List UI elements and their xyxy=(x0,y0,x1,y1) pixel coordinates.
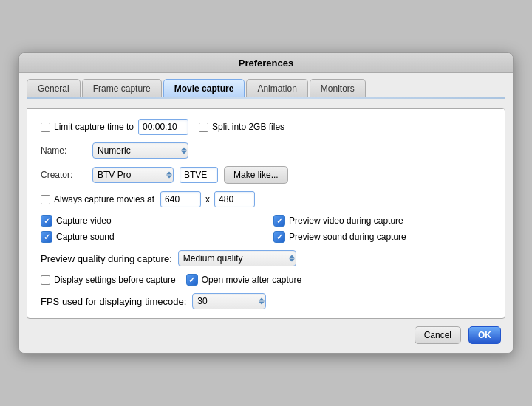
dialog-title: Preferences xyxy=(239,58,293,69)
capture-video-checkbox[interactable] xyxy=(41,215,52,227)
preview-sound-checkbox[interactable] xyxy=(273,231,285,243)
x-separator: x xyxy=(205,194,210,204)
preview-video-checkbox[interactable] xyxy=(273,215,285,227)
capture-time-input[interactable] xyxy=(138,119,188,135)
creator-select[interactable]: BTV Pro xyxy=(92,167,174,183)
split-files-checkbox[interactable] xyxy=(199,123,208,132)
creator-code-input[interactable] xyxy=(180,167,218,183)
limit-capture-checkbox[interactable] xyxy=(41,123,50,132)
split-files-label[interactable]: Split into 2GB files xyxy=(199,122,284,132)
open-movie-checkbox-label[interactable]: Open movie after capture xyxy=(186,274,301,286)
open-movie-checkbox[interactable] xyxy=(186,274,198,286)
tab-frame-capture[interactable]: Frame capture xyxy=(82,79,162,97)
fps-label: FPS used for displaying timecode: xyxy=(41,296,186,307)
fps-select-wrapper: 30 24 25 29.97 xyxy=(192,293,266,309)
height-input[interactable] xyxy=(214,191,255,207)
tab-general[interactable]: General xyxy=(27,79,81,97)
name-row: Name: Numeric Date/Time xyxy=(41,142,491,159)
preview-quality-row: Preview quality during capture: Low qual… xyxy=(41,250,491,266)
name-select[interactable]: Numeric Date/Time xyxy=(92,142,188,159)
creator-row: Creator: BTV Pro Make like... xyxy=(41,166,491,184)
cancel-button[interactable]: Cancel xyxy=(415,326,461,344)
title-bar: Preferences xyxy=(19,53,513,73)
capture-checkboxes: Capture video Preview video during captu… xyxy=(41,215,491,243)
fps-select[interactable]: 30 24 25 29.97 xyxy=(192,293,266,309)
tab-animation[interactable]: Animation xyxy=(246,79,307,97)
capture-sound-checkbox[interactable] xyxy=(41,231,52,243)
bottom-bar: Cancel OK xyxy=(19,319,513,353)
tab-bar: General Frame capture Movie capture Anim… xyxy=(19,73,513,97)
capture-video-checkbox-label[interactable]: Capture video xyxy=(41,215,259,227)
creator-label: Creator: xyxy=(41,170,92,180)
tab-monitors[interactable]: Monitors xyxy=(310,79,366,97)
name-label: Name: xyxy=(41,145,92,156)
preview-quality-label: Preview quality during capture: xyxy=(41,253,172,264)
separator xyxy=(27,97,505,99)
display-settings-checkbox-label[interactable]: Display settings before capture xyxy=(41,275,176,285)
ok-button[interactable]: OK xyxy=(468,326,501,344)
name-select-wrapper: Numeric Date/Time xyxy=(92,142,188,159)
display-settings-checkbox[interactable] xyxy=(41,275,50,285)
width-input[interactable] xyxy=(160,191,201,207)
preview-quality-select[interactable]: Low quality Medium quality High quality … xyxy=(178,250,296,266)
tab-content-movie: Limit capture time to Split into 2GB fil… xyxy=(27,108,505,319)
capture-sound-checkbox-label[interactable]: Capture sound xyxy=(41,231,259,243)
preview-quality-select-wrapper: Low quality Medium quality High quality … xyxy=(178,250,296,266)
creator-select-wrapper: BTV Pro xyxy=(92,167,174,183)
make-like-button[interactable]: Make like... xyxy=(224,166,288,184)
preview-video-checkbox-label[interactable]: Preview video during capture xyxy=(273,215,491,227)
preview-sound-checkbox-label[interactable]: Preview sound during capture xyxy=(273,231,491,243)
tab-movie-capture[interactable]: Movie capture xyxy=(163,79,245,97)
always-capture-checkbox-label[interactable]: Always capture movies at xyxy=(41,194,154,204)
limit-capture-checkbox-label[interactable]: Limit capture time to xyxy=(41,122,134,132)
display-open-row: Display settings before capture Open mov… xyxy=(41,274,491,286)
limit-capture-row: Limit capture time to Split into 2GB fil… xyxy=(41,119,491,135)
always-capture-row: Always capture movies at x xyxy=(41,191,491,207)
always-capture-checkbox[interactable] xyxy=(41,195,50,204)
fps-row: FPS used for displaying timecode: 30 24 … xyxy=(41,293,491,309)
preferences-dialog: Preferences General Frame capture Movie … xyxy=(18,52,514,354)
